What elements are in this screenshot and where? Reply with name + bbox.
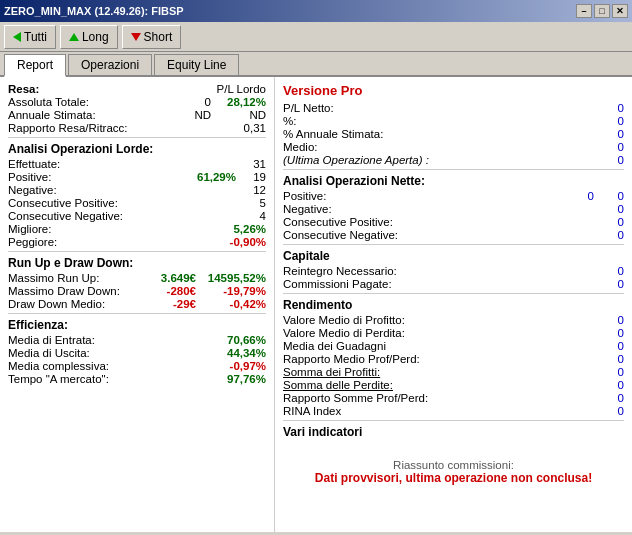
main-content: Resa: P/L Lordo Assoluta Totale: 0 28,12… [0, 77, 632, 532]
close-button[interactable]: ✕ [612, 4, 628, 18]
nette-positive-v2: 0 [604, 190, 624, 202]
long-button[interactable]: Long [60, 25, 118, 49]
annuale-row: Annuale Stimata: ND ND [8, 109, 266, 121]
nette-cons-neg-row: Consecutive Negative: 0 [283, 229, 624, 241]
cons-pos-row: Consecutive Positive: 5 [8, 197, 266, 209]
window-title: ZERO_MIN_MAX (12.49.26): FIBSP [4, 5, 184, 17]
rina-index-row: RINA Index 0 [283, 405, 624, 417]
complessiva-label: Media complessiva: [8, 360, 146, 372]
entrata-val: 70,66% [146, 334, 266, 346]
cons-pos-val: 5 [146, 197, 266, 209]
reintegro-label: Reintegro Necessario: [283, 265, 397, 277]
nette-negative-row: Negative: 0 [283, 203, 624, 215]
right-panel: Versione Pro P/L Netto: 0 %: 0 % Annuale… [275, 77, 632, 532]
pl-netto-label: P/L Netto: [283, 102, 334, 114]
positive-val: 19 [236, 171, 266, 183]
tutti-button[interactable]: Tutti [4, 25, 56, 49]
efficienza-title: Efficienza: [8, 318, 266, 332]
rapporto-row: Rapporto Resa/Ritracc: 0,31 [8, 122, 266, 134]
commissioni-row: Commissioni Pagate: 0 [283, 278, 624, 290]
peggiore-val: -0,90% [146, 236, 266, 248]
cons-neg-val: 4 [146, 210, 266, 222]
nette-cons-pos-label: Consecutive Positive: [283, 216, 393, 228]
tab-report[interactable]: Report [4, 54, 66, 77]
pct-val: 0 [604, 115, 624, 127]
effettuate-label: Effettuate: [8, 158, 146, 170]
rapporto-v2: 0,31 [211, 122, 266, 134]
tabs-bar: Report Operazioni Equity Line [0, 52, 632, 77]
positive-label: Positive: [8, 171, 176, 183]
nette-negative-label: Negative: [283, 203, 332, 215]
tempo-val: 97,76% [146, 373, 266, 385]
short-label: Short [144, 30, 173, 44]
entrata-row: Media di Entrata: 70,66% [8, 334, 266, 346]
rapporto-prof-perd-label: Rapporto Medio Prof/Perd: [283, 353, 420, 365]
mass-draw-row: Massimo Draw Down: -280€ -19,79% [8, 285, 266, 297]
resa-header: Resa: P/L Lordo [8, 83, 266, 95]
ultima-op-label: (Ultima Operazione Aperta) : [283, 154, 429, 166]
tutti-icon [13, 32, 21, 42]
pl-lordo-header: P/L Lordo [217, 83, 266, 95]
somma-perdite-row: Somma delle Perdite: 0 [283, 379, 624, 391]
short-button[interactable]: Short [122, 25, 182, 49]
migliore-label: Migliore: [8, 223, 146, 235]
commissioni-label: Commissioni Pagate: [283, 278, 392, 290]
minimize-button[interactable]: – [576, 4, 592, 18]
reintegro-row: Reintegro Necessario: 0 [283, 265, 624, 277]
ultima-op-val: 0 [604, 154, 624, 166]
window-controls: – □ ✕ [576, 4, 628, 18]
tempo-row: Tempo "A mercato": 97,76% [8, 373, 266, 385]
media-guadagni-val: 0 [604, 340, 624, 352]
analisi-nette-title: Analisi Operazioni Nette: [283, 174, 624, 188]
rapporto-v1 [156, 122, 211, 134]
mass-draw-v1: -280€ [151, 285, 196, 297]
capitale-title: Capitale [283, 249, 624, 263]
complessiva-val: -0,97% [146, 360, 266, 372]
uscita-label: Media di Uscita: [8, 347, 146, 359]
nette-positive-row: Positive: 0 0 [283, 190, 624, 202]
nette-positive-label: Positive: [283, 190, 326, 202]
maximize-button[interactable]: □ [594, 4, 610, 18]
tutti-label: Tutti [24, 30, 47, 44]
resa-title: Resa: [8, 83, 39, 95]
toolbar: Tutti Long Short [0, 22, 632, 52]
negative-label: Negative: [8, 184, 146, 196]
rapporto-prof-perd-row: Rapporto Medio Prof/Perd: 0 [283, 353, 624, 365]
summary-text: Riassunto commissioni: [283, 459, 624, 471]
tab-operazioni[interactable]: Operazioni [68, 54, 152, 75]
negative-val: 12 [146, 184, 266, 196]
positive-pct: 61,29% [176, 171, 236, 183]
draw-medio-v2: -0,42% [196, 298, 266, 310]
nette-cons-neg-label: Consecutive Negative: [283, 229, 398, 241]
short-icon [131, 33, 141, 41]
nette-cons-pos-row: Consecutive Positive: 0 [283, 216, 624, 228]
cons-pos-label: Consecutive Positive: [8, 197, 146, 209]
nette-negative-val: 0 [604, 203, 624, 215]
peggiore-label: Peggiore: [8, 236, 146, 248]
val-medio-perd-val: 0 [604, 327, 624, 339]
tempo-label: Tempo "A mercato": [8, 373, 146, 385]
nette-cons-neg-val: 0 [604, 229, 624, 241]
tab-equity-line[interactable]: Equity Line [154, 54, 239, 75]
uscita-row: Media di Uscita: 44,34% [8, 347, 266, 359]
ultima-op-row: (Ultima Operazione Aperta) : 0 [283, 154, 624, 166]
somma-profitti-val: 0 [604, 366, 624, 378]
warning-text: Dati provvisori, ultima operazione non c… [283, 471, 624, 485]
media-guadagni-label: Media dei Guadagni [283, 340, 386, 352]
positive-row: Positive: 61,29% 19 [8, 171, 266, 183]
val-medio-perd-label: Valore Medio di Perdita: [283, 327, 405, 339]
long-icon [69, 33, 79, 41]
complessiva-row: Media complessiva: -0,97% [8, 360, 266, 372]
draw-medio-v1: -29€ [151, 298, 196, 310]
runup-title: Run Up e Draw Down: [8, 256, 266, 270]
somma-perdite-val: 0 [604, 379, 624, 391]
vari-indicatori-title: Vari indicatori [283, 425, 624, 439]
negative-row: Negative: 12 [8, 184, 266, 196]
rapporto-prof-perd-val: 0 [604, 353, 624, 365]
media-guadagni-row: Media dei Guadagni 0 [283, 340, 624, 352]
analisi-lorde-title: Analisi Operazioni Lorde: [8, 142, 266, 156]
pct-annuale-row: % Annuale Stimata: 0 [283, 128, 624, 140]
val-medio-prof-label: Valore Medio di Profitto: [283, 314, 405, 326]
effettuate-row: Effettuate: 31 [8, 158, 266, 170]
pct-row: %: 0 [283, 115, 624, 127]
